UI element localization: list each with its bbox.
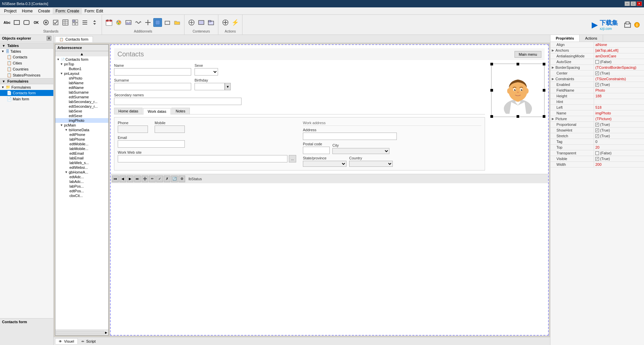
arbo-labMobile[interactable]: labMobile... <box>55 146 108 151</box>
arbo-edtEmail[interactable]: edtEmail <box>55 151 108 156</box>
arbo-labName[interactable]: labName <box>55 81 108 85</box>
sexe-select[interactable] <box>195 68 218 76</box>
arbo-pnLayout[interactable]: ▼ pnLayout <box>55 71 108 76</box>
arbo-contacts-form[interactable]: ▼ 📄 Contacts form <box>55 57 108 62</box>
prop-row-anchors[interactable]: ▶Anchors[akTop,akLeft] <box>550 48 644 53</box>
toolbar-cont-plus-icon[interactable] <box>187 18 196 27</box>
nav-cancel-btn[interactable]: ✗ <box>164 176 170 182</box>
arbo-pcMain[interactable]: ▼ pcMain <box>55 123 108 128</box>
toolbar-wave-icon[interactable] <box>134 18 143 27</box>
arbo-pnTop[interactable]: ▼ pnTop <box>55 62 108 66</box>
maximize-button[interactable]: □ <box>631 1 636 6</box>
surname-input[interactable] <box>114 83 191 90</box>
prop-row-borderspacing[interactable]: ▶BorderSpacing(TControlBorderSpacing) <box>550 65 644 70</box>
mobile-input[interactable] <box>155 126 185 133</box>
birthday-input[interactable] <box>195 83 225 90</box>
toolbar-square2-icon[interactable] <box>163 18 172 27</box>
arbo-labAdc[interactable]: labAdc... <box>55 179 108 184</box>
birthday-dropdown-btn[interactable]: ▼ <box>225 83 231 90</box>
prop-row-center[interactable]: Center✓(True) <box>550 70 644 76</box>
tree-table-countries[interactable]: 📋 Countries <box>0 66 53 72</box>
prop-row-stretch[interactable]: Stretch✓(True) <box>550 133 644 139</box>
nav-refresh-btn[interactable]: 🔄 <box>171 176 178 182</box>
top-icon-1[interactable] <box>623 20 632 29</box>
menu-home[interactable]: Home <box>19 8 35 14</box>
arbo-tsHomeData[interactable]: ▼ tsHomeData <box>55 128 108 132</box>
prop-row-tag[interactable]: Tag0 <box>550 139 644 145</box>
form-tab-contacts[interactable]: 📋 Contacts form <box>55 36 93 42</box>
toolbar-abc-icon[interactable]: Abc <box>3 18 11 27</box>
prop-row-left[interactable]: Left518 <box>550 105 644 110</box>
nav-prev-btn[interactable]: ◀ <box>119 176 126 182</box>
toolbar-palette-icon[interactable] <box>114 18 123 27</box>
prop-row-transparent[interactable]: Transparent(False) <box>550 150 644 156</box>
nav-add-btn[interactable]: ➕ <box>142 176 148 182</box>
prop-row-picture[interactable]: ▶Picture(TPicture) <box>550 116 644 122</box>
nav-settings-btn[interactable]: ⚙ <box>178 176 185 182</box>
nav-next-btn[interactable]: ▶ <box>127 176 133 182</box>
prop-row-visible[interactable]: Visible✓(True) <box>550 156 644 162</box>
toolbar-image-icon[interactable] <box>124 18 133 27</box>
secondary-names-input[interactable] <box>114 98 241 105</box>
arbo-edtWebsi[interactable]: edtWebsi... <box>55 165 108 170</box>
top-icon-2[interactable]: i <box>633 20 641 29</box>
toolbar-add-circle-icon[interactable] <box>221 18 230 27</box>
toolbar-updown-icon[interactable] <box>90 18 99 27</box>
tree-table-contacts[interactable]: 📋 Contacts <box>0 54 53 60</box>
arbo-labSurname[interactable]: labSurname <box>55 90 108 95</box>
prop-row-fieldname[interactable]: FieldNamePhoto <box>550 88 644 93</box>
prop-row-antialiasingmode[interactable]: AntialiasingModeamDontCare <box>550 53 644 59</box>
tree-table-cities[interactable]: 📋 Cities <box>0 60 53 66</box>
nav-last-btn[interactable]: ⏭ <box>134 176 141 182</box>
prop-row-width[interactable]: Width200 <box>550 162 644 167</box>
prop-row-autosize[interactable]: AutoSize(False) <box>550 59 644 65</box>
arbo-edtSecondary[interactable]: edtSecondary_r... <box>55 104 108 109</box>
arbo-edtMobile[interactable]: edtMobile... <box>55 142 108 146</box>
menu-form-create[interactable]: Form: Create <box>53 8 82 14</box>
arbo-shPhoto[interactable]: shPhoto <box>55 76 108 81</box>
inner-tab-notes[interactable]: Notes <box>171 108 190 114</box>
email-input[interactable] <box>118 140 185 148</box>
postal-input[interactable] <box>303 147 330 154</box>
address-input[interactable] <box>303 133 397 140</box>
arbo-labSecondary[interactable]: labSecondary_r... <box>55 99 108 104</box>
arbo-labSexe[interactable]: labSexe <box>55 109 108 113</box>
inner-tab-home[interactable]: Home datas <box>114 108 143 114</box>
minimize-button[interactable]: ─ <box>625 1 630 6</box>
toolbar-ok-icon[interactable]: OK <box>32 18 41 27</box>
tree-table-states[interactable]: 📋 States/Provinces <box>0 72 53 78</box>
arbo-cbxCit[interactable]: cbxCit... <box>55 193 108 198</box>
main-menu-button[interactable]: Main menu <box>515 51 541 58</box>
prop-row-name[interactable]: NameimgPhoto <box>550 110 644 116</box>
arbo-labPos[interactable]: labPos... <box>55 184 108 189</box>
web-browse-button[interactable]: ... <box>289 155 296 162</box>
toolbar-cont-square-icon[interactable] <box>197 18 206 27</box>
toolbar-plus-circle-icon[interactable] <box>144 18 152 27</box>
toolbar-calendar-icon[interactable]: 26 <box>105 18 113 27</box>
arbo-edtName[interactable]: edtName <box>55 85 108 90</box>
bottom-tab-visual[interactable]: 👁 Visuel <box>55 338 78 344</box>
prop-row-height[interactable]: Height188 <box>550 93 644 99</box>
objects-explorer-close[interactable]: X <box>47 36 51 41</box>
toolbar-check-icon[interactable] <box>51 18 60 27</box>
web-input[interactable] <box>118 155 287 162</box>
nav-first-btn[interactable]: ⏮ <box>112 176 119 182</box>
prop-row-showhint[interactable]: ShowHint✓(True) <box>550 128 644 133</box>
toolbar-lightning-icon[interactable]: ⚡ <box>231 18 239 27</box>
arbo-edtSurname[interactable]: edtSurname <box>55 95 108 99</box>
arbo-button1[interactable]: Button1 <box>55 66 108 71</box>
arbo-gbHomeA[interactable]: ▼ gbHomeA... <box>55 170 108 175</box>
nav-edit-btn[interactable]: ✏ <box>149 176 156 182</box>
arbo-labEmail[interactable]: labEmail <box>55 156 108 160</box>
country-select[interactable] <box>349 161 393 167</box>
toolbar-rect2-icon[interactable] <box>22 18 31 27</box>
prop-row-enabled[interactable]: Enabled✓(True) <box>550 82 644 88</box>
props-tab[interactable]: Propriétés <box>550 35 580 42</box>
arbo-edtPhone[interactable]: edtPhone <box>55 132 108 137</box>
city-select[interactable] <box>332 148 389 154</box>
prop-row-proportional[interactable]: Proportional✓(True) <box>550 122 644 128</box>
name-input[interactable] <box>114 68 191 76</box>
close-button[interactable]: ✕ <box>637 1 642 6</box>
actions-tab[interactable]: Actions <box>580 35 603 42</box>
toolbar-bars-icon[interactable] <box>80 18 89 27</box>
